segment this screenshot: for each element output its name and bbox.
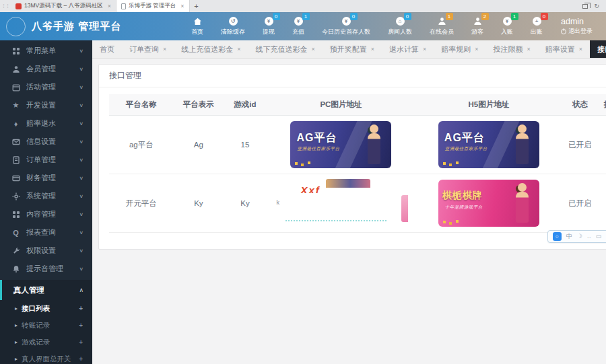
nav-online-members[interactable]: 1 在线会员 [421, 17, 463, 36]
plus-icon[interactable]: + [79, 322, 83, 329]
sidebar-item-sound-alerts[interactable]: 提示音管理∨ [0, 260, 92, 278]
sidebar-label: 财务管理 [26, 173, 56, 183]
plus-icon[interactable]: + [79, 338, 83, 346]
nav-label: 今日历史首存人数 [322, 28, 370, 36]
bullet-icon: ▸ [15, 339, 18, 345]
plus-icon[interactable]: + [79, 355, 83, 363]
sidebar-item-finance[interactable]: 财务管理∨ [0, 169, 92, 187]
widget-circle-icon[interactable]: ○ [553, 232, 562, 241]
close-icon[interactable]: × [178, 3, 184, 9]
reload-icon[interactable]: ↻ [594, 3, 599, 9]
sidebar-label: 活动管理 [26, 82, 56, 92]
sidebar-item-orders[interactable]: 订单管理∨ [0, 151, 92, 169]
nav-recharge[interactable]: ¥ 1 充值 [283, 17, 313, 36]
sidebar-item-odds-rebate[interactable]: ♦ 赔率退水∨ [0, 114, 92, 133]
tab-home[interactable]: 首页 [92, 40, 122, 58]
sidebar-label: 会员管理 [26, 64, 56, 74]
sidebar-subitem-game-records[interactable]: ▸ 游戏记录 + [0, 334, 92, 351]
sidebar-item-dev-settings[interactable]: ★ 开发设置∨ [0, 96, 92, 114]
plus-icon[interactable]: + [79, 305, 83, 312]
window-grip-icon: ⋮⋮ [0, 0, 11, 12]
sidebar-item-members[interactable]: 会员管理∨ [0, 60, 92, 78]
widget-card-icon[interactable]: ▭ [596, 232, 602, 241]
tab-predraw-config[interactable]: 预开奖配置× [323, 40, 382, 58]
sidebar-item-common-menu[interactable]: 常用菜单∨ [0, 42, 92, 60]
close-icon[interactable]: × [579, 46, 582, 52]
close-icon[interactable]: × [527, 46, 531, 52]
h5-banner-image[interactable]: AG平台 亚洲最佳百家乐平台 [438, 121, 539, 168]
bell-icon [12, 265, 20, 273]
nav-income[interactable]: ¥ 1 入账 [492, 17, 522, 36]
coins-graphic [292, 159, 315, 167]
nav-label: 出账 [531, 28, 543, 36]
main-area: 首页 订单查询× 线上充值送彩金× 线下充值送彩金× 预开奖配置× 退水计算× … [92, 40, 606, 364]
close-icon[interactable]: × [423, 46, 426, 52]
close-icon[interactable]: × [106, 3, 111, 9]
sidebar-item-content[interactable]: 内容管理∨ [0, 205, 92, 223]
browser-tab-2[interactable]: 乐博手游 管理平台 × [116, 0, 190, 12]
nav-guests[interactable]: 2 游客 [463, 17, 492, 36]
widget-moon-icon[interactable]: ☽ [577, 232, 582, 241]
tab-odds-rules[interactable]: 赔率规则× [434, 40, 485, 58]
broken-image-text: Xxf [300, 184, 320, 193]
pc-banner-image[interactable]: AG平台 亚洲最佳百家乐平台 [290, 121, 391, 168]
tab-interface-list[interactable]: 接口列表× [590, 40, 606, 58]
tab-online-recharge-bonus[interactable]: 线上充值送彩金× [174, 40, 248, 58]
nav-home[interactable]: 首页 [182, 17, 212, 36]
browser-tab-1[interactable]: 13MV源码下载 – 八爷源码社区 × [11, 0, 116, 12]
tab-odds-settings[interactable]: 赔率设置× [538, 40, 590, 58]
star-icon: ★ [11, 101, 20, 110]
sidebar-item-activities[interactable]: 活动管理∨ [0, 78, 92, 96]
tab-bet-limits[interactable]: 投注限额× [486, 40, 538, 58]
tab-rebate-calc[interactable]: 退水计算× [382, 40, 434, 58]
browser-tab-title: 13MV源码下载 – 八爷源码社区 [24, 2, 103, 10]
income-icon: ¥ [503, 17, 512, 26]
tab-order-query[interactable]: 订单查询× [122, 40, 174, 58]
badge: 2 [481, 13, 489, 20]
nav-first-deposit-count[interactable]: ¥ 0 今日历史首存人数 [313, 17, 379, 36]
sidebar-item-permissions[interactable]: 权限设置∨ [0, 242, 92, 260]
chevron-down-icon: ∨ [79, 230, 83, 235]
nav-room-count[interactable]: ⌂ 0 房间人数 [379, 17, 421, 36]
banner-title: AG平台 [444, 131, 485, 145]
sidebar-sublabel: 游戏记录 [22, 338, 50, 347]
close-icon[interactable]: × [312, 46, 315, 52]
header-nav: 首页 ↺ 清除缓存 ¥ 0 提现 ¥ 1 充值 ¥ 0 今日历史首存人数 ⌂ 0… [182, 17, 606, 36]
username: admin [561, 17, 584, 26]
sidebar-item-system[interactable]: 系统管理∨ [0, 187, 92, 205]
tab-offline-recharge-bonus[interactable]: 线下充值送彩金× [248, 40, 323, 58]
nav-withdraw[interactable]: ¥ 0 提现 [254, 17, 283, 36]
sidebar-sublabel: 真人界面总开关 [22, 355, 71, 364]
widget-dots-icon[interactable]: ‥ [587, 232, 591, 241]
sidebar-item-info-settings[interactable]: 信息设置∨ [0, 133, 92, 151]
chevron-down-icon: ∨ [79, 176, 83, 181]
sidebar-subitem-transfer-records[interactable]: ▸ 转账记录 + [0, 317, 92, 334]
table-row: ag平台 Ag 15 AG平台 亚洲最佳百家乐平台 [109, 116, 606, 174]
new-tab-button[interactable]: + [190, 0, 203, 12]
restore-window-icon[interactable] [582, 4, 588, 9]
widget-translate-icon[interactable]: 中 [566, 232, 572, 241]
tab-label: 首页 [100, 44, 114, 54]
logout-button[interactable]: 退出登录 [561, 27, 593, 36]
pc-banner-image-broken[interactable]: Xxf k [273, 179, 408, 227]
close-icon[interactable]: × [371, 46, 374, 52]
sidebar: 常用菜单∨ 会员管理∨ 活动管理∨ ★ 开发设置∨ ♦ 赔率退水∨ 信息设置∨ … [0, 40, 92, 364]
nav-outgoing[interactable]: + 0 出账 [522, 17, 551, 36]
browser-tab-strip: ⋮⋮ 13MV源码下载 – 八爷源码社区 × 乐博手游 管理平台 × + ↻ [0, 0, 606, 12]
nav-clear-cache[interactable]: ↺ 清除缓存 [212, 17, 254, 36]
avatar[interactable] [6, 17, 26, 36]
close-icon[interactable]: × [163, 46, 166, 52]
sidebar-subitem-live-master-switch[interactable]: ▸ 真人界面总开关 + [0, 351, 92, 364]
withdraw-icon: ¥ [265, 17, 273, 26]
sidebar-item-reports[interactable]: Q 报表查询∨ [0, 223, 92, 242]
sidebar-subitem-interface-list[interactable]: ▸ 接口列表 + [0, 300, 92, 317]
close-icon[interactable]: × [475, 46, 478, 52]
room-icon: ⌂ [396, 17, 405, 26]
close-icon[interactable]: × [237, 46, 240, 52]
col-platform-name: 平台名称 [109, 94, 174, 116]
h5-banner-image[interactable]: 棋栀棋牌 十年老牌游戏平台 [438, 180, 539, 227]
trash-icon: ↺ [229, 17, 238, 26]
sidebar-section-live-management[interactable]: 真人管理 ∧ [0, 280, 92, 300]
status-badge: 已开启 [562, 116, 598, 174]
sidebar-section-label: 真人管理 [13, 285, 44, 295]
